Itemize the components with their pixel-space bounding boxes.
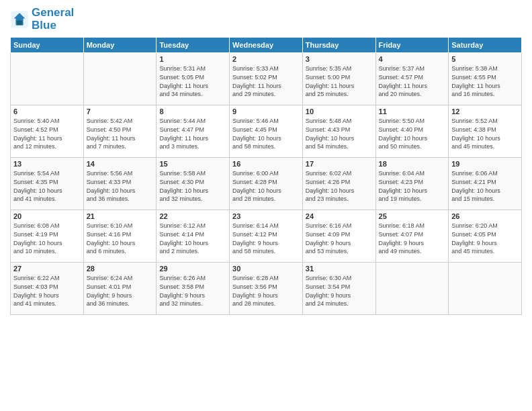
calendar-cell: 16Sunrise: 6:00 AM Sunset: 4:28 PM Dayli… (230, 158, 303, 210)
calendar-week-row: 1Sunrise: 5:31 AM Sunset: 5:05 PM Daylig… (11, 53, 522, 105)
calendar-week-row: 20Sunrise: 6:08 AM Sunset: 4:19 PM Dayli… (11, 210, 522, 263)
calendar-cell: 18Sunrise: 6:04 AM Sunset: 4:23 PM Dayli… (375, 158, 449, 210)
day-info: Sunrise: 5:48 AM Sunset: 4:43 PM Dayligh… (306, 117, 373, 150)
calendar-cell: 29Sunrise: 6:26 AM Sunset: 3:58 PM Dayli… (157, 263, 230, 315)
calendar-cell: 19Sunrise: 6:06 AM Sunset: 4:21 PM Dayli… (449, 158, 522, 210)
calendar-cell: 23Sunrise: 6:14 AM Sunset: 4:12 PM Dayli… (230, 210, 303, 263)
header: General Blue (10, 7, 522, 32)
day-info: Sunrise: 6:30 AM Sunset: 3:54 PM Dayligh… (306, 274, 373, 308)
calendar-cell: 22Sunrise: 6:12 AM Sunset: 4:14 PM Dayli… (157, 210, 230, 263)
day-number: 9 (232, 107, 300, 116)
logo-icon (10, 10, 29, 29)
calendar-week-row: 27Sunrise: 6:22 AM Sunset: 4:03 PM Dayli… (11, 263, 522, 315)
calendar-cell: 28Sunrise: 6:24 AM Sunset: 4:01 PM Dayli… (83, 263, 157, 315)
day-info: Sunrise: 5:33 AM Sunset: 5:02 PM Dayligh… (232, 64, 300, 98)
day-header: Thursday (302, 38, 375, 53)
calendar-cell: 1Sunrise: 5:31 AM Sunset: 5:05 PM Daylig… (157, 53, 230, 105)
calendar-cell: 7Sunrise: 5:42 AM Sunset: 4:50 PM Daylig… (83, 105, 157, 158)
calendar-cell: 20Sunrise: 6:08 AM Sunset: 4:19 PM Dayli… (11, 210, 84, 263)
calendar-cell: 15Sunrise: 5:58 AM Sunset: 4:30 PM Dayli… (157, 158, 230, 210)
header-row: SundayMondayTuesdayWednesdayThursdayFrid… (11, 38, 522, 53)
day-number: 26 (451, 212, 519, 220)
day-info: Sunrise: 5:42 AM Sunset: 4:50 PM Dayligh… (87, 117, 154, 150)
day-info: Sunrise: 6:12 AM Sunset: 4:14 PM Dayligh… (159, 222, 226, 255)
day-header: Tuesday (157, 38, 230, 53)
day-info: Sunrise: 5:50 AM Sunset: 4:40 PM Dayligh… (379, 117, 446, 150)
page: General Blue SundayMondayTuesdayWednesda… (0, 0, 532, 411)
day-number: 17 (306, 160, 373, 168)
day-number: 10 (306, 107, 373, 116)
calendar-cell: 25Sunrise: 6:18 AM Sunset: 4:07 PM Dayli… (375, 210, 449, 263)
day-info: Sunrise: 6:24 AM Sunset: 4:01 PM Dayligh… (87, 274, 154, 308)
day-info: Sunrise: 6:08 AM Sunset: 4:19 PM Dayligh… (13, 222, 81, 255)
day-number: 30 (232, 265, 300, 273)
day-number: 19 (451, 160, 519, 168)
calendar-cell: 11Sunrise: 5:50 AM Sunset: 4:40 PM Dayli… (375, 105, 449, 158)
calendar-table: SundayMondayTuesdayWednesdayThursdayFrid… (10, 37, 522, 315)
day-number: 12 (451, 107, 519, 116)
day-number: 23 (232, 212, 300, 220)
day-info: Sunrise: 6:28 AM Sunset: 3:56 PM Dayligh… (232, 274, 300, 308)
day-info: Sunrise: 5:35 AM Sunset: 5:00 PM Dayligh… (306, 64, 373, 98)
day-info: Sunrise: 6:00 AM Sunset: 4:28 PM Dayligh… (232, 169, 300, 203)
day-info: Sunrise: 5:37 AM Sunset: 4:57 PM Dayligh… (379, 64, 446, 98)
day-number: 15 (159, 160, 226, 168)
day-number: 13 (13, 160, 81, 168)
calendar-cell: 21Sunrise: 6:10 AM Sunset: 4:16 PM Dayli… (83, 210, 157, 263)
calendar-cell: 4Sunrise: 5:37 AM Sunset: 4:57 PM Daylig… (375, 53, 449, 105)
logo: General Blue (10, 7, 74, 32)
calendar-cell: 2Sunrise: 5:33 AM Sunset: 5:02 PM Daylig… (230, 53, 303, 105)
day-header: Monday (83, 38, 157, 53)
day-number: 21 (87, 212, 154, 220)
calendar-cell: 17Sunrise: 6:02 AM Sunset: 4:26 PM Dayli… (302, 158, 375, 210)
calendar-cell: 10Sunrise: 5:48 AM Sunset: 4:43 PM Dayli… (302, 105, 375, 158)
day-number: 14 (87, 160, 154, 168)
calendar-cell: 30Sunrise: 6:28 AM Sunset: 3:56 PM Dayli… (230, 263, 303, 315)
calendar-cell: 14Sunrise: 5:56 AM Sunset: 4:33 PM Dayli… (83, 158, 157, 210)
day-number: 5 (451, 55, 519, 63)
day-header: Sunday (11, 38, 84, 53)
day-number: 24 (306, 212, 373, 220)
calendar-week-row: 6Sunrise: 5:40 AM Sunset: 4:52 PM Daylig… (11, 105, 522, 158)
calendar-cell: 6Sunrise: 5:40 AM Sunset: 4:52 PM Daylig… (11, 105, 84, 158)
day-info: Sunrise: 6:18 AM Sunset: 4:07 PM Dayligh… (379, 222, 446, 255)
day-number: 22 (159, 212, 226, 220)
day-info: Sunrise: 5:44 AM Sunset: 4:47 PM Dayligh… (159, 117, 226, 150)
day-info: Sunrise: 5:46 AM Sunset: 4:45 PM Dayligh… (232, 117, 300, 150)
day-info: Sunrise: 5:52 AM Sunset: 4:38 PM Dayligh… (451, 117, 519, 150)
day-number: 29 (159, 265, 226, 273)
day-info: Sunrise: 5:56 AM Sunset: 4:33 PM Dayligh… (87, 169, 154, 203)
day-header: Wednesday (230, 38, 303, 53)
day-info: Sunrise: 6:22 AM Sunset: 4:03 PM Dayligh… (13, 274, 81, 308)
day-info: Sunrise: 5:31 AM Sunset: 5:05 PM Dayligh… (159, 64, 226, 98)
day-number: 6 (13, 107, 81, 116)
calendar-cell: 8Sunrise: 5:44 AM Sunset: 4:47 PM Daylig… (157, 105, 230, 158)
day-info: Sunrise: 5:38 AM Sunset: 4:55 PM Dayligh… (451, 64, 519, 98)
day-info: Sunrise: 6:02 AM Sunset: 4:26 PM Dayligh… (306, 169, 373, 203)
day-info: Sunrise: 6:14 AM Sunset: 4:12 PM Dayligh… (232, 222, 300, 255)
calendar-cell: 3Sunrise: 5:35 AM Sunset: 5:00 PM Daylig… (302, 53, 375, 105)
day-info: Sunrise: 5:54 AM Sunset: 4:35 PM Dayligh… (13, 169, 81, 203)
calendar-cell: 31Sunrise: 6:30 AM Sunset: 3:54 PM Dayli… (302, 263, 375, 315)
calendar-cell (375, 263, 449, 315)
day-number: 28 (87, 265, 154, 273)
day-info: Sunrise: 6:20 AM Sunset: 4:05 PM Dayligh… (451, 222, 519, 255)
day-info: Sunrise: 6:10 AM Sunset: 4:16 PM Dayligh… (87, 222, 154, 255)
day-info: Sunrise: 6:26 AM Sunset: 3:58 PM Dayligh… (159, 274, 226, 308)
day-info: Sunrise: 6:06 AM Sunset: 4:21 PM Dayligh… (451, 169, 519, 203)
day-number: 25 (379, 212, 446, 220)
day-header: Saturday (449, 38, 522, 53)
day-number: 3 (306, 55, 373, 63)
day-info: Sunrise: 6:04 AM Sunset: 4:23 PM Dayligh… (379, 169, 446, 203)
calendar-cell (449, 263, 522, 315)
day-number: 8 (159, 107, 226, 116)
calendar-cell (83, 53, 157, 105)
day-number: 2 (232, 55, 300, 63)
day-info: Sunrise: 5:40 AM Sunset: 4:52 PM Dayligh… (13, 117, 81, 150)
calendar-cell (11, 53, 84, 105)
day-number: 7 (87, 107, 154, 116)
calendar-cell: 13Sunrise: 5:54 AM Sunset: 4:35 PM Dayli… (11, 158, 84, 210)
calendar-week-row: 13Sunrise: 5:54 AM Sunset: 4:35 PM Dayli… (11, 158, 522, 210)
day-info: Sunrise: 5:58 AM Sunset: 4:30 PM Dayligh… (159, 169, 226, 203)
day-number: 27 (13, 265, 81, 273)
